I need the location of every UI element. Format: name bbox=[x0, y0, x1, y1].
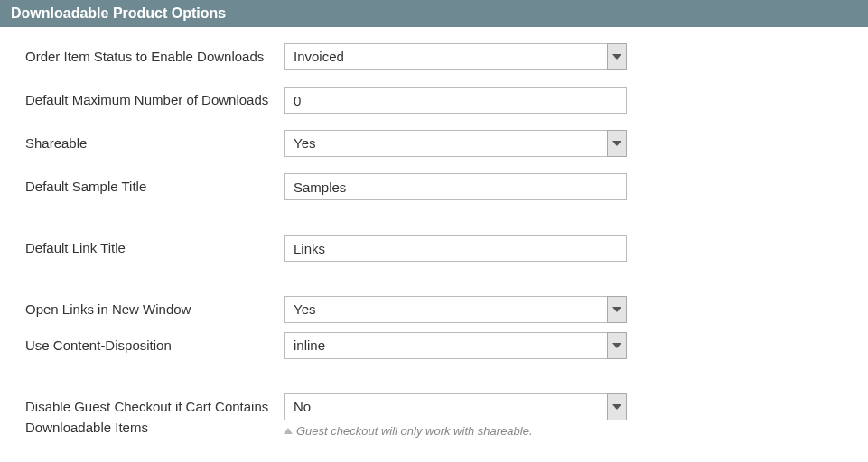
section-header: Downloadable Product Options bbox=[0, 0, 868, 27]
field-shareable: Shareable Yes bbox=[25, 130, 843, 157]
select-content-disposition[interactable]: inline bbox=[284, 332, 627, 359]
field-link-title: Default Link Title bbox=[25, 235, 843, 262]
label-max-downloads: Default Maximum Number of Downloads bbox=[25, 87, 284, 111]
select-shareable[interactable]: Yes bbox=[284, 130, 627, 157]
triangle-up-icon bbox=[284, 428, 293, 434]
field-max-downloads: Default Maximum Number of Downloads bbox=[25, 87, 843, 114]
select-open-new-window[interactable]: Yes bbox=[284, 296, 627, 323]
label-sample-title: Default Sample Title bbox=[25, 173, 284, 198]
chevron-down-icon bbox=[607, 332, 627, 359]
chevron-down-icon bbox=[607, 130, 627, 157]
chevron-down-icon bbox=[607, 296, 627, 323]
field-content-disposition: Use Content-Disposition inline bbox=[25, 332, 843, 359]
settings-panel: Downloadable Product Options Order Item … bbox=[0, 0, 868, 462]
hint-text: Guest checkout will only work with share… bbox=[296, 424, 533, 438]
label-content-disposition: Use Content-Disposition bbox=[25, 332, 284, 356]
label-link-title: Default Link Title bbox=[25, 235, 284, 259]
label-order-status: Order Item Status to Enable Downloads bbox=[25, 43, 284, 68]
field-order-status: Order Item Status to Enable Downloads In… bbox=[25, 43, 843, 70]
form-body: Order Item Status to Enable Downloads In… bbox=[0, 27, 868, 462]
input-sample-title[interactable] bbox=[284, 173, 627, 200]
select-disable-guest[interactable]: No bbox=[284, 393, 627, 420]
input-max-downloads[interactable] bbox=[284, 87, 627, 114]
select-value: Yes bbox=[284, 296, 627, 323]
chevron-down-icon bbox=[607, 43, 627, 70]
label-disable-guest: Disable Guest Checkout if Cart Contains … bbox=[25, 393, 284, 438]
field-open-new-window: Open Links in New Window Yes bbox=[25, 296, 843, 323]
select-value: Invoiced bbox=[284, 43, 627, 70]
label-open-new-window: Open Links in New Window bbox=[25, 296, 284, 320]
chevron-down-icon bbox=[607, 393, 627, 420]
select-value: inline bbox=[284, 332, 627, 359]
select-value: Yes bbox=[284, 130, 627, 157]
field-disable-guest: Disable Guest Checkout if Cart Contains … bbox=[25, 393, 843, 438]
hint-disable-guest: Guest checkout will only work with share… bbox=[284, 424, 627, 438]
select-value: No bbox=[284, 393, 627, 420]
label-shareable: Shareable bbox=[25, 130, 284, 154]
select-order-status[interactable]: Invoiced bbox=[284, 43, 627, 70]
field-sample-title: Default Sample Title bbox=[25, 173, 843, 200]
input-link-title[interactable] bbox=[284, 235, 627, 262]
